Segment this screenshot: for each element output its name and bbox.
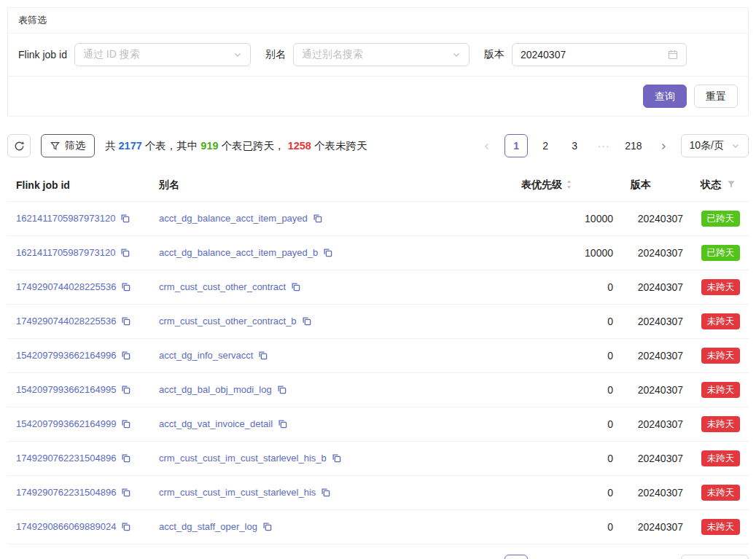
job-id-cell: 1621411705987973120 (7, 202, 150, 236)
copy-button[interactable] (278, 419, 287, 431)
alias-link[interactable]: acct_dg_vat_invoice_detail (159, 418, 273, 429)
copy-button[interactable] (121, 488, 130, 499)
uncrossed-count: 1258 (288, 140, 311, 152)
col-header-priority[interactable]: 表优先级 (513, 169, 622, 202)
filter-toggle-button[interactable]: 筛选 (41, 134, 95, 157)
copy-button[interactable] (291, 282, 300, 294)
copy-button[interactable] (121, 282, 130, 294)
alias-cell: crm_cust_cust_im_cust_starlevel_his_b (150, 442, 513, 476)
page-button[interactable]: 2 (534, 555, 557, 559)
job-id-link[interactable]: 1749290866069889024 (16, 521, 116, 532)
copy-button[interactable] (302, 316, 311, 328)
copy-button[interactable] (121, 351, 130, 362)
copy-button[interactable] (121, 419, 130, 431)
summary-text: 共 (105, 140, 119, 152)
job-id-link[interactable]: 1749290744028225536 (16, 281, 116, 292)
col-header-job-id: Flink job id (7, 169, 150, 202)
flink-job-id-label: Flink job id (18, 49, 67, 60)
copy-button[interactable] (262, 522, 272, 533)
copy-icon (277, 385, 287, 394)
chevron-down-icon (233, 50, 242, 59)
alias-link[interactable]: crm_cust_cust_im_cust_starlevel_his (159, 487, 316, 498)
copy-icon (302, 316, 311, 326)
calendar-icon (668, 50, 678, 60)
alias-link[interactable]: crm_cust_cust_im_cust_starlevel_his_b (159, 453, 327, 464)
alias-link[interactable]: crm_cust_cust_other_contract (159, 281, 286, 292)
version-date-picker[interactable]: 20240307 (512, 43, 687, 66)
status-cell: 未跨天 (692, 339, 749, 373)
page-button[interactable]: 218 (621, 134, 645, 157)
summary-text: 个表，其中 (142, 140, 201, 152)
copy-button[interactable] (277, 385, 287, 396)
copy-button[interactable] (121, 522, 130, 533)
version-value: 20240307 (622, 339, 692, 373)
job-id-link[interactable]: 1542097993662164999 (16, 418, 116, 429)
prev-page-button[interactable] (475, 555, 499, 559)
copy-button[interactable] (120, 248, 130, 259)
job-id-link[interactable]: 1542097993662164996 (16, 350, 116, 361)
copy-button[interactable] (120, 214, 130, 225)
alias-select[interactable]: 通过别名搜索 (293, 43, 469, 66)
job-id-cell: 1542097993662164999 (7, 407, 150, 442)
col-header-priority-label: 表优先级 (521, 179, 562, 190)
alias-link[interactable]: crm_cust_cust_other_contract_b (159, 316, 297, 327)
copy-button[interactable] (258, 351, 268, 362)
next-page-button[interactable] (652, 555, 675, 559)
copy-icon (121, 488, 130, 497)
job-id-link[interactable]: 1749290762231504896 (16, 453, 116, 464)
copy-button[interactable] (323, 248, 332, 259)
page-button[interactable]: 2 (534, 134, 557, 157)
search-button[interactable]: 查询 (643, 85, 687, 108)
alias-cell: acct_dg_bal_obj_modi_log (150, 373, 513, 407)
next-page-button[interactable] (652, 134, 675, 157)
summary-text: 个表未跨天 (311, 140, 367, 152)
page-size-select[interactable]: 10条/页 (681, 555, 749, 559)
job-id-link[interactable]: 1749290762231504896 (16, 487, 116, 498)
copy-icon (278, 419, 287, 429)
page-button[interactable]: 3 (563, 134, 586, 157)
flink-job-id-select[interactable]: 通过 ID 搜索 (74, 43, 251, 66)
col-header-alias: 别名 (150, 169, 513, 202)
alias-link[interactable]: acct_dg_staff_oper_log (159, 521, 257, 532)
copy-button[interactable] (121, 453, 130, 465)
copy-button[interactable] (332, 453, 341, 465)
field-flink-job-id: Flink job id 通过 ID 搜索 (18, 43, 251, 66)
version-value: 20240307 (622, 407, 692, 442)
copy-icon (121, 419, 130, 429)
job-id-cell: 1749290744028225536 (7, 270, 150, 305)
page-size-select[interactable]: 10条/页 (681, 134, 749, 157)
job-id-cell: 1621411705987973120 (7, 236, 150, 270)
pager-ellipsis[interactable]: ··· (592, 555, 615, 559)
status-cell: 未跨天 (692, 407, 749, 442)
filter-toggle-label: 筛选 (65, 139, 85, 152)
job-id-link[interactable]: 1621411705987973120 (16, 213, 115, 224)
page-button[interactable]: 218 (621, 555, 645, 559)
page-button[interactable]: 1 (504, 555, 528, 559)
reset-button[interactable]: 重置 (694, 85, 738, 108)
total-count: 2177 (119, 140, 142, 152)
copy-button[interactable] (121, 316, 130, 328)
pager-ellipsis[interactable]: ··· (592, 134, 615, 157)
prev-page-button[interactable] (475, 134, 499, 157)
job-id-link[interactable]: 1621411705987973120 (16, 247, 115, 258)
version-value: 20240307 (622, 476, 692, 510)
job-id-cell: 1749290866069889024 (7, 510, 150, 544)
copy-button[interactable] (121, 385, 130, 396)
alias-link[interactable]: acct_dg_info_servacct (159, 350, 253, 361)
page-button[interactable]: 3 (563, 555, 586, 559)
version-value: 20240307 (622, 442, 692, 476)
refresh-button[interactable] (7, 134, 31, 157)
alias-cell: acct_dg_staff_oper_log (150, 510, 513, 544)
filter-icon[interactable] (727, 180, 736, 189)
copy-button[interactable] (321, 488, 330, 499)
page-button[interactable]: 1 (504, 134, 528, 157)
alias-link[interactable]: acct_dg_balance_acct_item_payed (159, 213, 308, 224)
copy-button[interactable] (313, 214, 322, 225)
status-cell: 已跨天 (692, 236, 749, 270)
alias-link[interactable]: acct_dg_balance_acct_item_payed_b (159, 247, 318, 258)
job-id-link[interactable]: 1542097993662164995 (16, 384, 116, 395)
status-badge: 已跨天 (701, 245, 741, 261)
copy-icon (120, 214, 130, 223)
job-id-link[interactable]: 1749290744028225536 (16, 316, 116, 327)
alias-link[interactable]: acct_dg_bal_obj_modi_log (159, 384, 272, 395)
